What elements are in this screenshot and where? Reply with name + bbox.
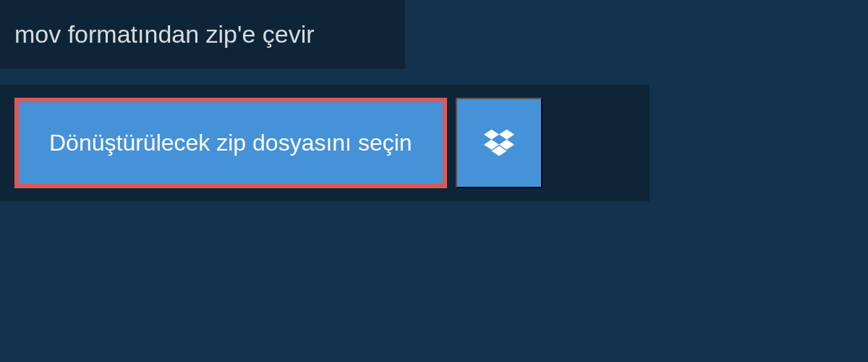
- title-bar: mov formatından zip'e çevir: [0, 0, 405, 69]
- select-file-button[interactable]: Dönüştürülecek zip dosyasını seçin: [14, 98, 447, 188]
- select-file-label: Dönüştürülecek zip dosyasını seçin: [49, 130, 412, 156]
- file-select-panel: Dönüştürülecek zip dosyasını seçin: [0, 85, 650, 201]
- page-title: mov formatından zip'e çevir: [14, 20, 391, 49]
- dropbox-icon: [484, 129, 514, 158]
- dropbox-button[interactable]: [456, 98, 542, 188]
